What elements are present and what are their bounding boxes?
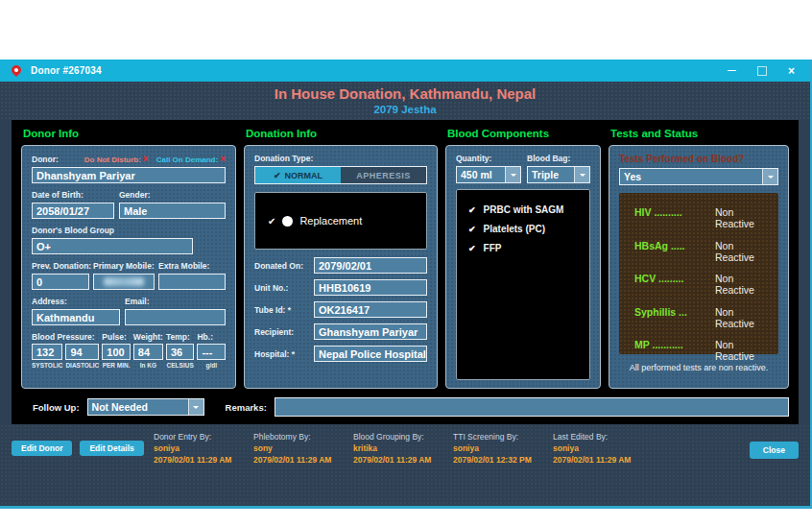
edit-details-button[interactable]: Edit Details (80, 441, 143, 456)
tube-id-field[interactable]: OK216417 (314, 301, 427, 318)
blood-bag-label: Blood Bag: (527, 154, 570, 163)
pulse-label: Pulse: (102, 332, 131, 342)
check-icon: ✔ (268, 216, 275, 227)
gender-label: Gender: (119, 190, 151, 200)
tests-performed-label: Tests Performed on Blood? (619, 154, 778, 164)
radio-selected-icon[interactable] (282, 216, 293, 227)
list-item[interactable]: ✔ Platelets (PC) (468, 224, 582, 234)
remarks-label: Remarks: (226, 402, 267, 413)
tests-performed-select[interactable]: Yes (619, 168, 778, 185)
hb-field[interactable]: --- (197, 344, 226, 360)
blood-group-field[interactable]: O+ (32, 238, 193, 254)
page-title: In House Donation, Kathmandu, Nepal (0, 85, 810, 102)
dob-field[interactable]: 2058/01/27 (32, 203, 114, 219)
main-content: Donor Info Donor: Do Not Disturb: × Call… (12, 120, 799, 424)
recipient-field[interactable]: Ghanshyam Pariyar (314, 323, 427, 340)
call-on-demand-x-icon[interactable]: × (220, 154, 226, 164)
address-label: Address: (32, 297, 125, 306)
email-field[interactable] (125, 309, 226, 325)
prev-donation-label: Prev. Donation: (32, 261, 93, 271)
blood-group-label: Donor's Blood Group (32, 226, 226, 235)
do-not-disturb-x-icon[interactable]: × (143, 154, 149, 164)
blood-grouping-by: Blood Grouping By: kritika 2079/02/01 11… (353, 432, 453, 465)
hospital-field[interactable]: Nepal Police Hospital (314, 346, 427, 362)
donation-info-title: Donation Info (246, 128, 438, 139)
check-icon: ✔ (468, 205, 476, 215)
temp-unit: CELSIUS (166, 362, 195, 369)
chevron-down-icon (505, 167, 520, 182)
location-pin-icon (10, 62, 23, 76)
donation-type-toggle: ✔ NORMAL APHERESIS (254, 166, 427, 184)
header: In House Donation, Kathmandu, Nepal 2079… (0, 82, 810, 120)
donated-on-field[interactable]: 2079/02/01 (314, 257, 427, 274)
address-field[interactable]: Kathmandu (32, 309, 120, 325)
donor-info-column: Donor Info Donor: Do Not Disturb: × Call… (21, 126, 236, 389)
weight-field[interactable]: 84 (133, 344, 163, 360)
maximize-icon[interactable] (757, 66, 767, 76)
tests-title: Tests and Status (610, 128, 789, 139)
donation-type-normal[interactable]: ✔ NORMAL (255, 167, 341, 183)
quantity-select[interactable]: 450 ml (456, 166, 521, 183)
check-icon: ✔ (274, 171, 281, 180)
page-subtitle: 2079 Jestha (0, 104, 810, 115)
audit-entries: Donor Entry By: soniya 2079/02/01 11:29 … (154, 432, 653, 465)
donor-entry-by: Donor Entry By: soniya 2079/02/01 11:29 … (154, 432, 253, 465)
systolic-field[interactable]: 132 (32, 344, 62, 360)
redacted-mobile-blur (104, 277, 144, 286)
do-not-disturb-label: Do Not Disturb: (84, 155, 141, 164)
quantity-label: Quantity: (456, 154, 527, 163)
weight-label: Weight: (133, 332, 163, 342)
hospital-label: Hospital: * (254, 349, 314, 359)
list-item[interactable]: ✔ PRBC with SAGM (468, 204, 582, 215)
test-result: Non Reactive (715, 206, 771, 229)
close-button[interactable]: Close (750, 442, 799, 459)
temp-field[interactable]: 36 (166, 344, 195, 360)
hb-unit: g/dl (197, 362, 226, 369)
hb-label: Hb.: (197, 332, 226, 342)
close-icon[interactable]: × (788, 66, 795, 76)
test-name: MP ........... (634, 339, 715, 362)
pulse-field[interactable]: 100 (102, 344, 131, 360)
donated-on-label: Donated On: (254, 261, 314, 271)
gender-field[interactable]: Male (119, 203, 226, 219)
test-result: Non Reactive (715, 306, 771, 329)
donor-info-panel: Donor: Do Not Disturb: × Call On Demand:… (21, 145, 236, 389)
test-name: HCV ......... (634, 273, 715, 296)
test-result: Non Reactive (715, 240, 771, 263)
followup-select[interactable]: Not Needed (87, 398, 204, 416)
followup-row: Follow Up: Not Needed Remarks: (21, 397, 789, 417)
table-row: HIV .......... Non Reactive (634, 206, 771, 229)
diastolic-field[interactable]: 94 (65, 344, 99, 360)
email-label: Email: (125, 297, 150, 306)
table-row: HBsAg ..... Non Reactive (634, 240, 771, 263)
purpose-replacement-label[interactable]: Replacement (299, 215, 362, 227)
title-bar: Donor #267034 × (0, 60, 810, 82)
test-result: Non Reactive (715, 273, 771, 296)
blood-components-panel: Quantity: Blood Bag: 450 ml Triple (445, 145, 601, 389)
unit-no-field[interactable]: HHB10619 (314, 279, 427, 296)
minimize-icon[interactable] (728, 70, 736, 71)
systolic-unit: SYSTOLIC (32, 362, 62, 369)
pulse-unit: PER MIN. (102, 362, 131, 369)
bp-label: Blood Pressure: (32, 332, 99, 342)
chevron-down-icon (762, 169, 777, 184)
extra-mobile-field[interactable] (158, 274, 226, 290)
primary-mobile-label: Primary Mobile: (93, 261, 158, 271)
donor-window: Donor #267034 × In House Donation, Kathm… (0, 60, 812, 509)
blood-components-column: Blood Components Quantity: Blood Bag: 45… (445, 126, 601, 389)
list-item[interactable]: ✔ FFP (468, 243, 582, 253)
donor-name-field[interactable]: Dhanshyam Pariyar (32, 167, 226, 183)
primary-mobile-field[interactable] (93, 274, 155, 290)
check-icon: ✔ (468, 225, 476, 234)
followup-label: Follow Up: (33, 402, 80, 413)
phlebotomy-by: Phlebotomy By: sony 2079/02/01 11:29 AM (253, 432, 353, 465)
blood-bag-select[interactable]: Triple (527, 166, 590, 183)
remarks-field[interactable] (275, 397, 789, 417)
weight-unit: In KG (133, 362, 163, 369)
edit-donor-button[interactable]: Edit Donor (12, 441, 72, 456)
prev-donation-field[interactable]: 0 (32, 274, 89, 290)
donation-type-apheresis[interactable]: APHERESIS (341, 167, 426, 183)
check-icon: ✔ (468, 244, 476, 253)
footer-bar: Edit Donor Edit Details Donor Entry By: … (0, 424, 810, 506)
test-results-box: HIV .......... Non Reactive HBsAg ..... … (619, 193, 778, 354)
